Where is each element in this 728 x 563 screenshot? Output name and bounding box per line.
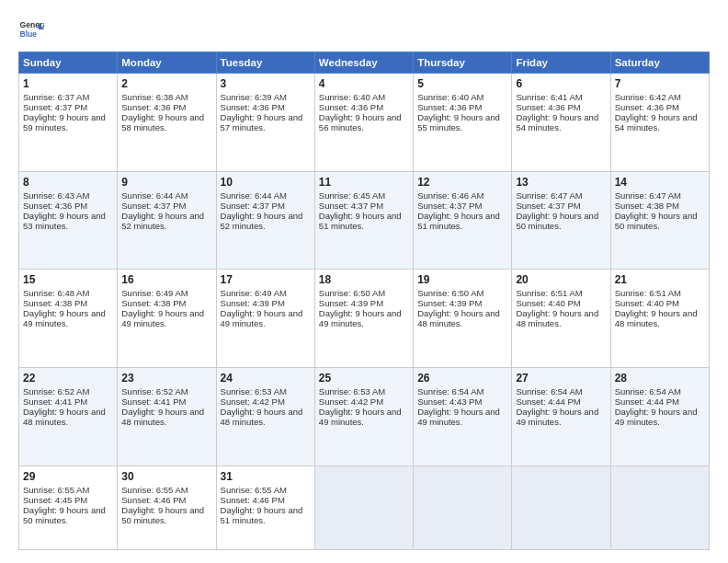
day-number: 20 <box>516 273 606 286</box>
day-number: 21 <box>615 273 705 286</box>
daylight-label: Daylight: 9 hours and 48 minutes. <box>615 308 698 328</box>
empty-cell <box>610 465 709 549</box>
empty-cell <box>314 465 413 549</box>
sunrise-label: Sunrise: 6:55 AM <box>221 485 287 495</box>
daylight-label: Daylight: 9 hours and 49 minutes. <box>23 308 106 328</box>
daylight-label: Daylight: 9 hours and 59 minutes. <box>23 112 106 132</box>
day-number: 12 <box>417 176 507 189</box>
daylight-label: Daylight: 9 hours and 56 minutes. <box>319 112 402 132</box>
svg-text:Blue: Blue <box>20 29 38 39</box>
day-number: 30 <box>121 470 211 483</box>
daylight-label: Daylight: 9 hours and 57 minutes. <box>221 112 303 132</box>
calendar-day-19: 19Sunrise: 6:50 AMSunset: 4:39 PMDayligh… <box>414 270 512 368</box>
sunrise-label: Sunrise: 6:41 AM <box>516 92 582 102</box>
sunset-label: Sunset: 4:39 PM <box>417 298 482 308</box>
header-saturday: Saturday <box>610 52 709 74</box>
calendar-day-26: 26Sunrise: 6:54 AMSunset: 4:43 PMDayligh… <box>414 368 512 466</box>
header-monday: Monday <box>118 52 216 74</box>
sunrise-label: Sunrise: 6:47 AM <box>516 190 582 201</box>
calendar-day-5: 5Sunrise: 6:40 AMSunset: 4:36 PMDaylight… <box>414 74 512 172</box>
sunrise-label: Sunrise: 6:50 AM <box>319 288 385 298</box>
day-number: 25 <box>319 372 409 385</box>
day-number: 5 <box>417 77 507 90</box>
calendar-day-27: 27Sunrise: 6:54 AMSunset: 4:44 PMDayligh… <box>512 368 610 466</box>
sunset-label: Sunset: 4:42 PM <box>221 396 285 407</box>
sunrise-label: Sunrise: 6:38 AM <box>121 92 188 102</box>
daylight-label: Daylight: 9 hours and 50 minutes. <box>121 505 204 525</box>
calendar-day-23: 23Sunrise: 6:52 AMSunset: 4:41 PMDayligh… <box>118 368 216 466</box>
day-number: 31 <box>221 470 311 483</box>
empty-cell <box>512 465 610 549</box>
daylight-label: Daylight: 9 hours and 53 minutes. <box>23 211 106 231</box>
day-number: 11 <box>319 176 409 189</box>
sunrise-label: Sunrise: 6:42 AM <box>615 92 681 102</box>
day-number: 28 <box>615 372 705 385</box>
sunset-label: Sunset: 4:36 PM <box>615 102 679 112</box>
day-number: 3 <box>221 77 311 90</box>
sunrise-label: Sunrise: 6:37 AM <box>23 92 89 102</box>
calendar-day-14: 14Sunrise: 6:47 AMSunset: 4:38 PMDayligh… <box>610 171 709 270</box>
sunset-label: Sunset: 4:37 PM <box>221 201 285 211</box>
sunset-label: Sunset: 4:40 PM <box>516 298 580 308</box>
sunset-label: Sunset: 4:36 PM <box>221 102 285 112</box>
sunset-label: Sunset: 4:44 PM <box>615 396 679 407</box>
sunset-label: Sunset: 4:43 PM <box>417 396 482 407</box>
day-number: 4 <box>319 77 409 90</box>
sunset-label: Sunset: 4:37 PM <box>516 201 580 211</box>
sunset-label: Sunset: 4:39 PM <box>319 298 383 308</box>
daylight-label: Daylight: 9 hours and 49 minutes. <box>319 308 402 328</box>
sunset-label: Sunset: 4:36 PM <box>417 102 482 112</box>
calendar-day-24: 24Sunrise: 6:53 AMSunset: 4:42 PMDayligh… <box>216 368 314 466</box>
calendar-day-30: 30Sunrise: 6:55 AMSunset: 4:46 PMDayligh… <box>118 465 216 549</box>
day-number: 27 <box>516 372 606 385</box>
day-number: 7 <box>615 77 705 90</box>
day-number: 18 <box>319 273 409 286</box>
sunset-label: Sunset: 4:39 PM <box>221 298 285 308</box>
sunrise-label: Sunrise: 6:51 AM <box>615 288 681 298</box>
sunrise-label: Sunrise: 6:46 AM <box>417 190 483 201</box>
calendar-day-3: 3Sunrise: 6:39 AMSunset: 4:36 PMDaylight… <box>216 74 314 172</box>
sunrise-label: Sunrise: 6:44 AM <box>221 190 287 201</box>
calendar-day-18: 18Sunrise: 6:50 AMSunset: 4:39 PMDayligh… <box>314 270 413 368</box>
header-friday: Friday <box>512 52 610 74</box>
sunrise-label: Sunrise: 6:54 AM <box>615 386 681 396</box>
logo-icon: General Blue <box>18 17 44 42</box>
daylight-label: Daylight: 9 hours and 48 minutes. <box>121 407 204 427</box>
logo: General Blue <box>18 17 48 42</box>
day-number: 29 <box>23 470 113 483</box>
daylight-label: Daylight: 9 hours and 49 minutes. <box>121 308 204 328</box>
sunset-label: Sunset: 4:41 PM <box>23 396 87 407</box>
calendar-day-31: 31Sunrise: 6:55 AMSunset: 4:46 PMDayligh… <box>216 465 314 549</box>
sunset-label: Sunset: 4:45 PM <box>23 495 87 505</box>
daylight-label: Daylight: 9 hours and 54 minutes. <box>615 112 698 132</box>
calendar-day-6: 6Sunrise: 6:41 AMSunset: 4:36 PMDaylight… <box>512 74 610 172</box>
calendar-day-9: 9Sunrise: 6:44 AMSunset: 4:37 PMDaylight… <box>118 171 216 270</box>
calendar-day-7: 7Sunrise: 6:42 AMSunset: 4:36 PMDaylight… <box>610 74 709 172</box>
sunrise-label: Sunrise: 6:45 AM <box>319 190 385 201</box>
sunset-label: Sunset: 4:40 PM <box>615 298 679 308</box>
daylight-label: Daylight: 9 hours and 52 minutes. <box>221 211 303 231</box>
day-number: 26 <box>417 372 507 385</box>
day-number: 1 <box>23 77 113 90</box>
daylight-label: Daylight: 9 hours and 48 minutes. <box>516 308 598 328</box>
calendar-day-17: 17Sunrise: 6:49 AMSunset: 4:39 PMDayligh… <box>216 270 314 368</box>
sunset-label: Sunset: 4:36 PM <box>23 201 87 211</box>
sunset-label: Sunset: 4:37 PM <box>23 102 87 112</box>
sunrise-label: Sunrise: 6:49 AM <box>221 288 287 298</box>
sunrise-label: Sunrise: 6:53 AM <box>319 386 385 396</box>
sunrise-label: Sunrise: 6:47 AM <box>615 190 681 201</box>
day-number: 15 <box>23 273 113 286</box>
sunset-label: Sunset: 4:38 PM <box>121 298 186 308</box>
daylight-label: Daylight: 9 hours and 48 minutes. <box>417 308 500 328</box>
calendar-day-2: 2Sunrise: 6:38 AMSunset: 4:36 PMDaylight… <box>118 74 216 172</box>
calendar-day-15: 15Sunrise: 6:48 AMSunset: 4:38 PMDayligh… <box>19 270 118 368</box>
daylight-label: Daylight: 9 hours and 48 minutes. <box>23 407 106 427</box>
calendar-day-28: 28Sunrise: 6:54 AMSunset: 4:44 PMDayligh… <box>610 368 709 466</box>
daylight-label: Daylight: 9 hours and 49 minutes. <box>615 407 698 427</box>
daylight-label: Daylight: 9 hours and 49 minutes. <box>516 407 598 427</box>
calendar-day-25: 25Sunrise: 6:53 AMSunset: 4:42 PMDayligh… <box>314 368 413 466</box>
header-thursday: Thursday <box>414 52 512 74</box>
daylight-label: Daylight: 9 hours and 51 minutes. <box>417 211 500 231</box>
calendar-day-1: 1Sunrise: 6:37 AMSunset: 4:37 PMDaylight… <box>19 74 118 172</box>
daylight-label: Daylight: 9 hours and 49 minutes. <box>221 308 303 328</box>
